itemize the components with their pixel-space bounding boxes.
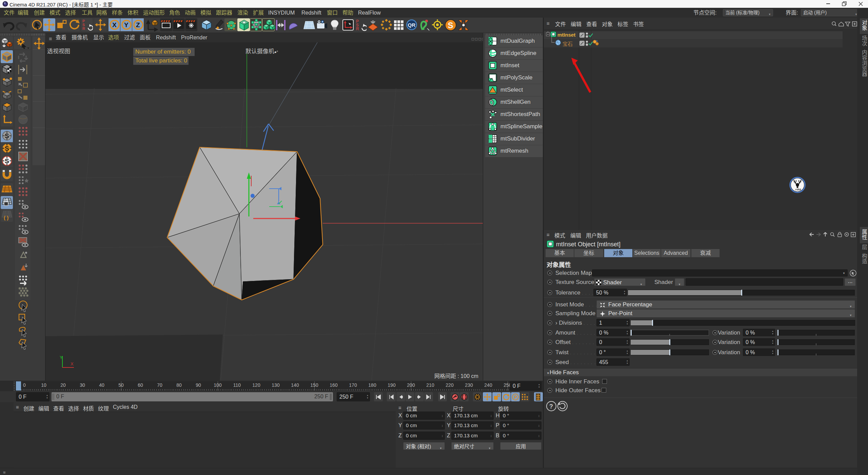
svg-text:Y: Y [124, 21, 129, 28]
svg-text:X: X [112, 21, 117, 28]
svg-text:S: S [448, 21, 453, 30]
svg-text:S: S [5, 132, 9, 139]
svg-text:P: P [514, 395, 517, 400]
svg-text:S: S [5, 145, 9, 152]
svg-text:R: R [82, 26, 85, 31]
svg-text:( ): ( ) [4, 215, 8, 221]
svg-text:Y: Y [60, 355, 63, 360]
svg-text:仓鹿骗: 仓鹿骗 [795, 188, 801, 191]
svg-text:QR: QR [408, 22, 416, 28]
svg-text:?: ? [549, 403, 553, 410]
svg-text:S: S [5, 157, 9, 165]
svg-text:Z: Z [136, 21, 140, 28]
svg-text:X: X [71, 361, 74, 366]
svg-text:R: R [356, 26, 359, 31]
